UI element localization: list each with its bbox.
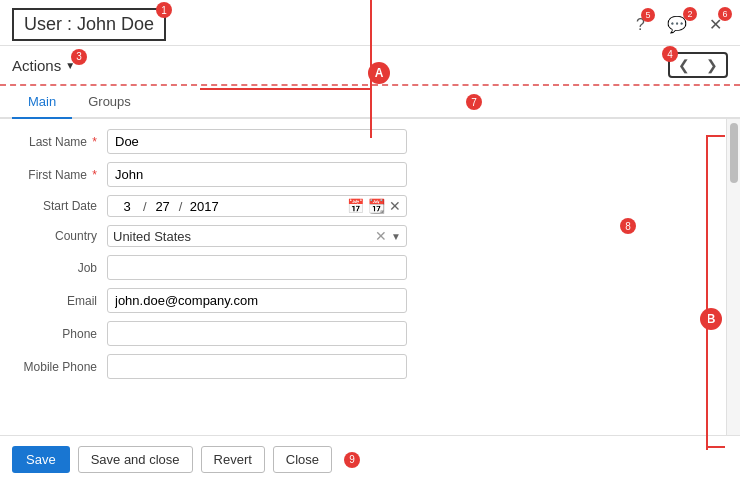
date-field: / / 📅 📆 ✕	[107, 195, 407, 217]
country-label: Country	[12, 229, 107, 243]
form-main: Last Name * First Name * Start Date	[0, 119, 726, 435]
chevron-left-icon: ❮	[678, 57, 690, 73]
close-button[interactable]: ✕ 6	[703, 13, 728, 36]
country-value-text: United States	[113, 229, 375, 244]
country-icons: ✕ ▼	[375, 228, 401, 244]
revert-button[interactable]: Revert	[201, 446, 265, 473]
email-input[interactable]	[107, 288, 407, 313]
badge-9: 9	[344, 452, 360, 468]
country-clear-button[interactable]: ✕	[375, 228, 387, 244]
badge-7: 7	[466, 94, 482, 110]
mobile-phone-row: Mobile Phone	[12, 354, 714, 379]
badge-6: 6	[718, 7, 732, 21]
form-area: Last Name * First Name * Start Date	[0, 119, 740, 435]
badge-4: 4	[662, 46, 678, 62]
job-label: Job	[12, 261, 107, 275]
last-name-row: Last Name *	[12, 129, 714, 154]
calendar-icon-button[interactable]: 📅	[347, 198, 364, 214]
actions-button[interactable]: Actions ▼ 3	[12, 57, 75, 74]
country-field: United States ✕ ▼ 8	[107, 225, 407, 247]
phone-input[interactable]	[107, 321, 407, 346]
first-name-row: First Name *	[12, 162, 714, 187]
close-form-button[interactable]: Close	[273, 446, 332, 473]
header: User : John Doe 1 ? 5 💬 2 ✕ 6	[0, 0, 740, 46]
job-input[interactable]	[107, 255, 407, 280]
first-name-label: First Name *	[12, 168, 107, 182]
email-label: Email	[12, 294, 107, 308]
mobile-phone-label: Mobile Phone	[12, 360, 107, 374]
badge-2: 2	[683, 7, 697, 21]
badge-1: 1	[156, 2, 172, 18]
tabs-bar: Main Groups 7	[0, 86, 740, 119]
tab-groups[interactable]: Groups	[72, 86, 147, 119]
page-wrapper: User : John Doe 1 ? 5 💬 2 ✕ 6 Actions ▼ …	[0, 0, 740, 500]
required-star-first: *	[92, 168, 97, 182]
country-dropdown-button[interactable]: ▼	[391, 231, 401, 242]
mobile-phone-input[interactable]	[107, 354, 407, 379]
nav-buttons: 4 ❮ ❯	[668, 52, 728, 78]
nav-next-button[interactable]: ❯	[698, 54, 726, 76]
annotation-b: B	[700, 308, 722, 330]
user-title: User : John Doe 1	[12, 8, 166, 41]
chevron-right-icon: ❯	[706, 57, 718, 73]
country-row: Country United States ✕ ▼ 8	[12, 225, 714, 247]
email-row: Email	[12, 288, 714, 313]
phone-label: Phone	[12, 327, 107, 341]
user-title-text: User : John Doe	[24, 14, 154, 34]
phone-row: Phone	[12, 321, 714, 346]
date-month-input[interactable]	[113, 199, 141, 214]
annotation-a: A	[368, 62, 390, 84]
first-name-input[interactable]	[107, 162, 407, 187]
start-date-row: Start Date / / 📅 📆 ✕	[12, 195, 714, 217]
scrollbar-thumb[interactable]	[730, 123, 738, 183]
header-icons: ? 5 💬 2 ✕ 6	[630, 13, 728, 36]
job-row: Job	[12, 255, 714, 280]
date-day-input[interactable]	[149, 199, 177, 214]
calendar-alt-icon-button[interactable]: 📆	[368, 198, 385, 214]
date-clear-button[interactable]: ✕	[389, 198, 401, 214]
scrollbar-area[interactable]	[726, 119, 740, 435]
date-icons: 📅 📆 ✕	[347, 198, 401, 214]
badge-3: 3	[71, 49, 87, 65]
last-name-label: Last Name *	[12, 135, 107, 149]
date-parts: / /	[113, 199, 343, 214]
badge-8: 8	[620, 218, 636, 234]
help-button[interactable]: ? 5	[630, 14, 651, 36]
actions-label: Actions	[12, 57, 61, 74]
required-star-last: *	[92, 135, 97, 149]
comment-button[interactable]: 💬 2	[661, 13, 693, 36]
date-year-input[interactable]	[184, 199, 224, 214]
tab-main[interactable]: Main	[12, 86, 72, 119]
badge-5: 5	[641, 8, 655, 22]
save-close-button[interactable]: Save and close	[78, 446, 193, 473]
save-button[interactable]: Save	[12, 446, 70, 473]
last-name-input[interactable]	[107, 129, 407, 154]
start-date-label: Start Date	[12, 199, 107, 213]
bottom-toolbar: Save Save and close Revert Close 9	[0, 435, 740, 483]
